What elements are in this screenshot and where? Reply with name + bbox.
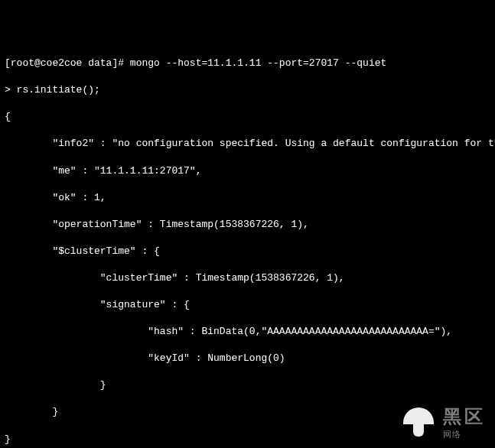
terminal-line: > rs.initiate(); — [5, 83, 490, 97]
terminal-line: "operationTime" : Timestamp(1538367226, … — [5, 218, 490, 232]
terminal-line: "$clusterTime" : { — [5, 245, 490, 258]
terminal-line: "me" : "11.1.1.11:27017", — [5, 164, 490, 178]
terminal-line: "hash" : BinData(0,"AAAAAAAAAAAAAAAAAAAA… — [5, 325, 490, 339]
terminal-line: "info2" : "no configuration specified. U… — [5, 137, 490, 151]
terminal-line: } — [5, 378, 490, 392]
terminal-line: [root@coe2coe data]# mongo --host=11.1.1… — [5, 57, 490, 70]
terminal-line: { — [5, 110, 490, 124]
terminal-line: "ok" : 1, — [5, 191, 490, 205]
terminal-line: } — [5, 405, 490, 419]
terminal-line: "signature" : { — [5, 298, 490, 312]
terminal-line: "clusterTime" : Timestamp(1538367226, 1)… — [5, 271, 490, 285]
terminal-line: "keyId" : NumberLong(0) — [5, 352, 490, 365]
terminal-line: } — [5, 433, 490, 446]
